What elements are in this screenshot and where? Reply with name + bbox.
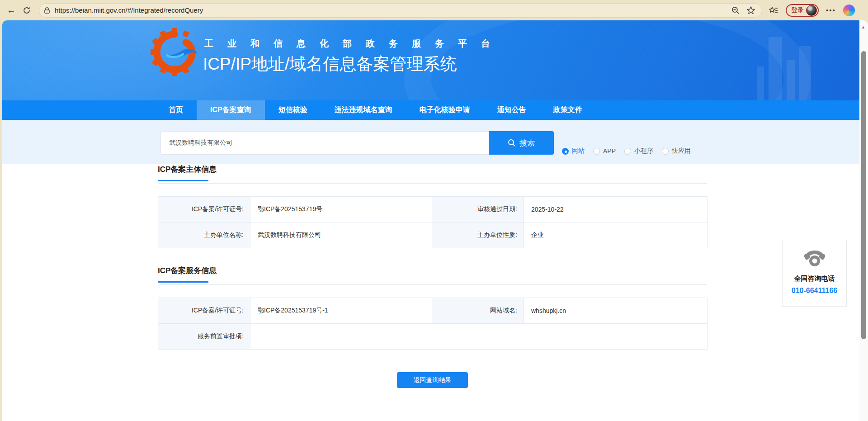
ministry-slogan: 工业和信息化部政务服务平台 (204, 38, 504, 50)
radio-app[interactable]: APP (593, 147, 616, 155)
lock-icon (44, 7, 50, 14)
website-domain-label: 网站域名: (432, 298, 524, 324)
browser-toolbar: ← https://beian.miit.gov.cn/#/Integrated… (0, 0, 868, 20)
hotline-number[interactable]: 010-66411166 (783, 287, 846, 295)
service-section-title: ICP备案服务信息 (158, 265, 707, 276)
page-scrollbar[interactable]: ▲ (859, 20, 868, 421)
favorite-star-icon[interactable] (746, 6, 755, 15)
subject-license-value: 鄂ICP备2025153719号 (250, 197, 432, 222)
login-button[interactable]: 登录 (786, 4, 819, 17)
section-title-underline (158, 180, 208, 181)
hotline-label: 全国咨询电话 (783, 274, 846, 283)
main-nav: 首页 ICP备案查询 短信核验 违法违规域名查询 电子化核验申请 通知公告 政策… (2, 100, 865, 120)
search-button-label: 搜索 (519, 138, 535, 148)
back-icon[interactable]: ← (4, 3, 19, 18)
scrollbar-thumb[interactable] (861, 51, 866, 339)
organizer-nature-label: 主办单位性质: (432, 222, 524, 248)
phone-icon (803, 247, 826, 268)
refresh-icon[interactable] (19, 3, 34, 18)
search-icon (508, 139, 516, 147)
organizer-nature-value: 企业 (524, 222, 708, 248)
nav-tab-sms-verify[interactable]: 短信核验 (265, 100, 321, 120)
search-button[interactable]: 搜索 (489, 131, 554, 155)
back-to-results-button[interactable]: 返回查询结果 (397, 372, 468, 388)
nav-tab-home[interactable]: 首页 (155, 100, 197, 120)
query-type-radios: 网站 APP 小程序 快应用 (562, 147, 691, 155)
search-section: 搜索 网站 APP 小程序 快应用 (2, 120, 865, 164)
service-license-value: 鄂ICP备2025153719号-1 (250, 298, 432, 324)
login-label: 登录 (791, 6, 804, 14)
table-row: ICP备案/许可证号: 鄂ICP备2025153719号 审核通过日期: 202… (158, 197, 708, 222)
pre-approval-label: 服务前置审批项: (158, 324, 250, 350)
radio-quickapp[interactable]: 快应用 (662, 147, 691, 155)
nav-tab-icp-query[interactable]: ICP备案查询 (197, 100, 265, 120)
table-row: ICP备案/许可证号: 鄂ICP备2025153719号-1 网站域名: whs… (158, 298, 708, 324)
page-viewport: 工业和信息化部政务服务平台 ICP/IP地址/域名信息备案管理系统 首页 ICP… (2, 20, 865, 421)
organizer-name-value: 武汉数聘科技有限公司 (250, 222, 432, 248)
page-window: 工业和信息化部政务服务平台 ICP/IP地址/域名信息备案管理系统 首页 ICP… (0, 20, 868, 421)
nav-tab-illegal-domain-query[interactable]: 违法违规域名查询 (321, 100, 406, 120)
nav-tab-notices[interactable]: 通知公告 (484, 100, 540, 120)
screen: ← https://beian.miit.gov.cn/#/Integrated… (0, 0, 868, 421)
banner-building-graphic (757, 66, 764, 100)
pre-approval-value (250, 324, 708, 350)
search-input[interactable] (160, 131, 489, 155)
profile-avatar[interactable] (806, 5, 817, 16)
banner-decor-arc (404, 20, 811, 100)
site-header-banner: 工业和信息化部政务服务平台 ICP/IP地址/域名信息备案管理系统 (2, 20, 865, 100)
browser-menu-icon[interactable]: ••• (826, 6, 836, 14)
subject-license-label: ICP备案/许可证号: (158, 197, 250, 222)
radio-miniprogram[interactable]: 小程序 (624, 147, 653, 155)
service-license-label: ICP备案/许可证号: (158, 298, 250, 324)
address-bar[interactable]: https://beian.miit.gov.cn/#/Integrated/r… (39, 3, 762, 18)
zoom-out-icon[interactable] (731, 6, 740, 15)
website-domain-value: whshupkj.cn (524, 298, 708, 324)
radio-dot-icon (662, 148, 669, 155)
table-row: 服务前置审批项: (158, 324, 708, 350)
url-text[interactable]: https://beian.miit.gov.cn/#/Integrated/r… (55, 6, 731, 14)
section-title-underline (158, 281, 208, 283)
nav-tab-e-verification[interactable]: 电子化核验申请 (406, 100, 484, 120)
collections-icon[interactable] (769, 6, 778, 15)
banner-building-graphic (769, 37, 782, 100)
table-row: 主办单位名称: 武汉数聘科技有限公司 主办单位性质: 企业 (158, 222, 708, 248)
approval-date-value: 2025-10-22 (524, 197, 708, 222)
subject-info-table: ICP备案/许可证号: 鄂ICP备2025153719号 审核通过日期: 202… (158, 196, 708, 248)
section-divider (158, 183, 707, 184)
radio-website[interactable]: 网站 (562, 147, 585, 155)
service-info-table: ICP备案/许可证号: 鄂ICP备2025153719号-1 网站域名: whs… (158, 298, 708, 350)
result-content: ICP备案主体信息 ICP备案/许可证号: 鄂ICP备2025153719号 审… (158, 164, 707, 388)
scrollbar-up-icon[interactable]: ▲ (861, 25, 865, 29)
nav-tab-policies[interactable]: 政策文件 (540, 100, 596, 120)
organizer-name-label: 主办单位名称: (158, 222, 250, 248)
banner-building-graphic (787, 60, 795, 100)
radio-dot-icon (562, 148, 569, 155)
section-divider (158, 284, 707, 285)
radio-dot-icon (624, 148, 631, 155)
banner-building-graphic (799, 46, 811, 100)
radio-dot-icon (593, 148, 600, 155)
subject-section-title: ICP备案主体信息 (158, 164, 707, 175)
site-title: ICP/IP地址/域名信息备案管理系统 (203, 53, 457, 76)
site-logo (151, 28, 198, 76)
copilot-icon[interactable] (843, 5, 855, 16)
hotline-panel: 全国咨询电话 010-66411166 (782, 240, 847, 307)
approval-date-label: 审核通过日期: (432, 197, 524, 222)
